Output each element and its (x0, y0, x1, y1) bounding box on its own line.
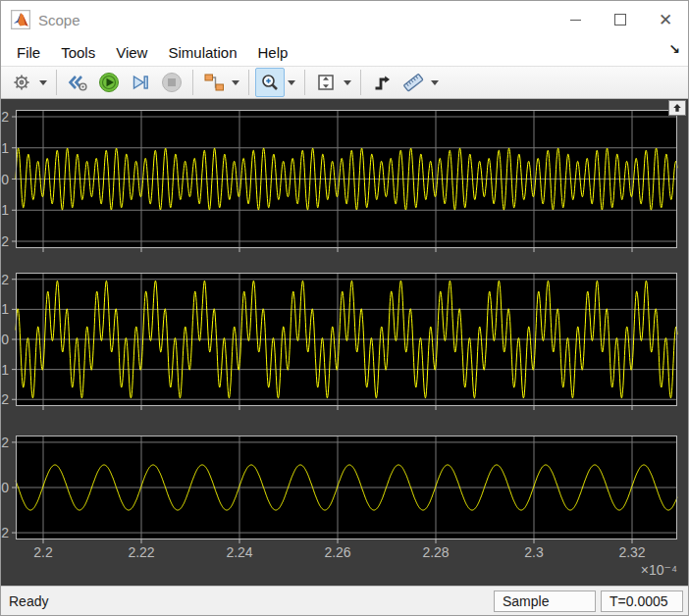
stepping-options-icon (67, 73, 88, 92)
toolbar-separator (304, 70, 305, 95)
fit-to-view-icon (316, 73, 336, 92)
run-icon (98, 72, 120, 93)
status-ready-text: Ready (1, 593, 494, 609)
y-tick-label: 0 (0, 480, 9, 495)
plot-signal-2[interactable]: 210-1-2 (16, 273, 677, 406)
x-axis-tick-labels: 2.22.222.242.262.282.32.32 (16, 544, 677, 562)
y-tick-label: 1 (0, 301, 9, 317)
x-axis-multiplier: ×10⁻⁴ (641, 562, 677, 578)
measurements-dropdown-caret[interactable] (431, 80, 439, 85)
zoom-in-button[interactable] (255, 68, 285, 97)
x-tick-label: 2.24 (212, 544, 267, 560)
y-tick-label: -1 (0, 202, 9, 218)
x-tick-label: 2.22 (114, 544, 169, 560)
x-tick-label: 2.26 (310, 544, 365, 560)
status-bar: Ready Sample based T=0.0005 (1, 586, 688, 615)
x-tick-label: 2.32 (605, 544, 660, 560)
trigger-button[interactable] (367, 68, 397, 97)
stepping-options-button[interactable] (63, 68, 92, 97)
stop-button[interactable] (157, 68, 186, 97)
zoom-dropdown-caret[interactable] (288, 80, 295, 85)
gear-icon (12, 73, 31, 92)
highlight-block-button[interactable] (199, 68, 229, 97)
cursor-measurements-button[interactable] (398, 68, 428, 97)
y-tick-label: 1 (0, 140, 9, 156)
up-arrow-icon (671, 102, 683, 114)
scroll-up-button[interactable] (668, 100, 686, 116)
menu-view[interactable]: View (107, 40, 156, 65)
y-tick-label: -2 (0, 233, 9, 249)
plot-signal-1[interactable]: 210-1-2 (16, 110, 677, 248)
configuration-button[interactable] (7, 68, 36, 97)
y-tick-label: -1 (0, 362, 9, 378)
menu-bar: File Tools View Simulation Help ↘ (1, 38, 688, 66)
stop-icon (161, 72, 183, 93)
menu-tools[interactable]: Tools (52, 40, 104, 65)
trigger-icon (372, 73, 392, 92)
status-sim-time: T=0.0005 (601, 590, 683, 612)
menu-file[interactable]: File (8, 40, 49, 65)
toolbar-separator (248, 70, 249, 95)
toolbar-separator (192, 70, 193, 95)
highlight-block-dropdown-caret[interactable] (232, 80, 239, 85)
y-tick-label: 0 (0, 172, 9, 187)
run-button[interactable] (94, 68, 124, 97)
title-bar: Scope ✕ (1, 1, 688, 38)
close-icon: ✕ (659, 12, 672, 28)
y-tick-label: -2 (0, 391, 9, 407)
window-title: Scope (38, 12, 80, 28)
zoom-in-icon (260, 73, 280, 92)
minimize-button[interactable] (553, 1, 598, 38)
ruler-icon (402, 72, 424, 93)
dock-arrow-icon[interactable]: ↘ (668, 41, 680, 57)
simulink-blocks-icon (203, 73, 225, 92)
x-tick-label: 2.3 (506, 544, 561, 560)
toolbar (1, 66, 688, 99)
plot-signal-3[interactable]: 20-2 (16, 436, 677, 539)
step-forward-button[interactable] (126, 68, 155, 97)
configuration-dropdown-caret[interactable] (39, 80, 47, 85)
y-tick-label: 2 (0, 109, 9, 125)
matlab-scope-icon (11, 10, 30, 29)
y-tick-label: 2 (0, 272, 9, 287)
minimize-icon (570, 20, 581, 21)
menu-simulation[interactable]: Simulation (159, 40, 245, 65)
y-tick-label: 2 (0, 435, 9, 450)
scope-canvas: 210-1-2 210-1-2 20-2 2.22.222.242.262.28… (1, 99, 689, 588)
close-button[interactable]: ✕ (643, 1, 688, 38)
y-tick-label: -2 (0, 525, 9, 540)
toolbar-separator (360, 70, 361, 95)
status-sample-mode: Sample based (494, 590, 596, 612)
y-tick-label: 0 (0, 332, 9, 347)
fit-dropdown-caret[interactable] (344, 80, 351, 85)
step-forward-icon (131, 73, 150, 92)
maximize-button[interactable] (598, 1, 643, 38)
toolbar-separator (56, 70, 57, 95)
scope-window: Scope ✕ File Tools View Simulation Help … (0, 0, 689, 616)
menu-help[interactable]: Help (249, 40, 297, 65)
maximize-icon (614, 14, 626, 26)
x-tick-label: 2.28 (408, 544, 463, 560)
fit-to-view-button[interactable] (311, 68, 341, 97)
x-tick-label: 2.2 (16, 544, 71, 560)
